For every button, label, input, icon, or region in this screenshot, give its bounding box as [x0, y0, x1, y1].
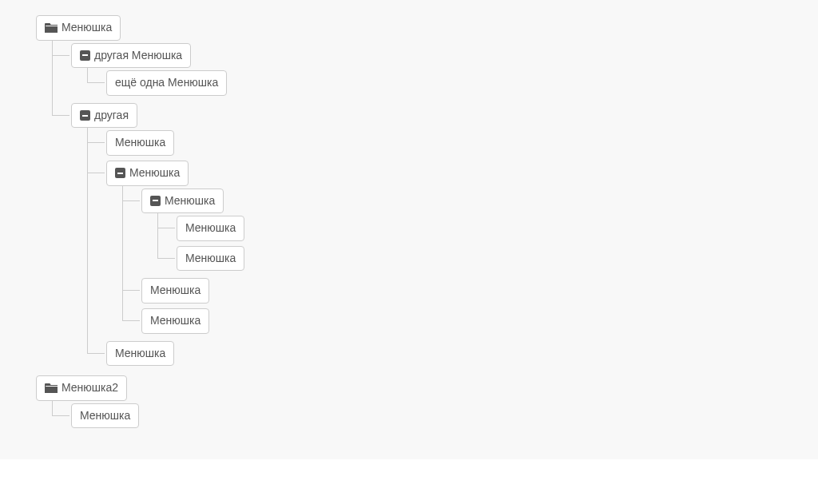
tree-node-label: Менюшка [150, 313, 201, 329]
tree-item: Менюшка2Менюшка [36, 373, 818, 433]
tree-node[interactable]: Менюшка [106, 130, 174, 156]
tree-item: другаяМенюшкаМенюшкаМенюшкаМенюшкаМенюшк… [71, 101, 818, 371]
tree-node-expandable[interactable]: другая [71, 103, 137, 129]
tree-node[interactable]: Менюшка [141, 278, 209, 304]
tree-node-expandable[interactable]: другая Менюшка [71, 43, 191, 69]
tree-node[interactable]: Менюшка [71, 403, 139, 429]
tree-item: МенюшкаМенюшкаМенюшка [141, 186, 818, 276]
tree-item: Менюшка [141, 306, 818, 336]
tree-node[interactable]: Менюшка [177, 246, 244, 272]
tree-node-expandable[interactable]: Менюшка2 [36, 375, 127, 401]
tree-node-label: Менюшка [62, 20, 112, 36]
tree-view: Менюшкадругая Менюшкаещё одна Менюшкадру… [0, 0, 818, 459]
minus-square-icon [150, 196, 161, 206]
tree-node-label: Менюшка [185, 220, 236, 236]
tree-item: МенюшкаМенюшкаМенюшкаМенюшкаМенюшкаМенюш… [106, 158, 818, 339]
tree-node-label: Менюшка [129, 165, 180, 181]
tree-node-label: Менюшка [115, 346, 165, 362]
tree-node-label: другая [94, 108, 129, 124]
minus-square-icon [115, 168, 125, 178]
folder-open-icon [45, 383, 58, 393]
tree-node-label: Менюшка2 [62, 380, 118, 396]
tree-item: Менюшкадругая Менюшкаещё одна Менюшкадру… [36, 13, 818, 373]
minus-square-icon [80, 50, 90, 61]
tree-item: Менюшка [71, 401, 818, 431]
tree-item: Менюшка [106, 339, 818, 369]
tree-node[interactable]: ещё одна Менюшка [106, 70, 227, 96]
tree-node[interactable]: Менюшка [141, 308, 209, 334]
tree-node-label: Менюшка [165, 193, 215, 209]
tree-item: Менюшка [177, 244, 818, 274]
tree-node-expandable[interactable]: Менюшка [106, 161, 189, 186]
tree-node-expandable[interactable]: Менюшка [36, 15, 121, 41]
tree-root: Менюшкадругая Менюшкаещё одна Менюшкадру… [0, 13, 818, 433]
tree-node-label: Менюшка [115, 135, 165, 151]
tree-node[interactable]: Менюшка [106, 341, 174, 367]
tree-node-label: другая Менюшка [94, 48, 182, 64]
minus-square-icon [80, 110, 90, 121]
tree-item: Менюшка [141, 276, 818, 306]
tree-node-expandable[interactable]: Менюшка [141, 189, 224, 214]
tree-item: ещё одна Менюшка [106, 68, 818, 98]
tree-node-label: ещё одна Менюшка [115, 75, 218, 91]
tree-node-label: Менюшка [185, 251, 236, 267]
tree-item: другая Менюшкаещё одна Менюшка [71, 41, 818, 101]
tree-node[interactable]: Менюшка [177, 216, 244, 241]
tree-item: Менюшка [106, 128, 818, 158]
folder-open-icon [45, 23, 58, 33]
tree-item: Менюшка [177, 213, 818, 244]
tree-node-label: Менюшка [150, 283, 201, 299]
tree-node-label: Менюшка [80, 408, 130, 424]
